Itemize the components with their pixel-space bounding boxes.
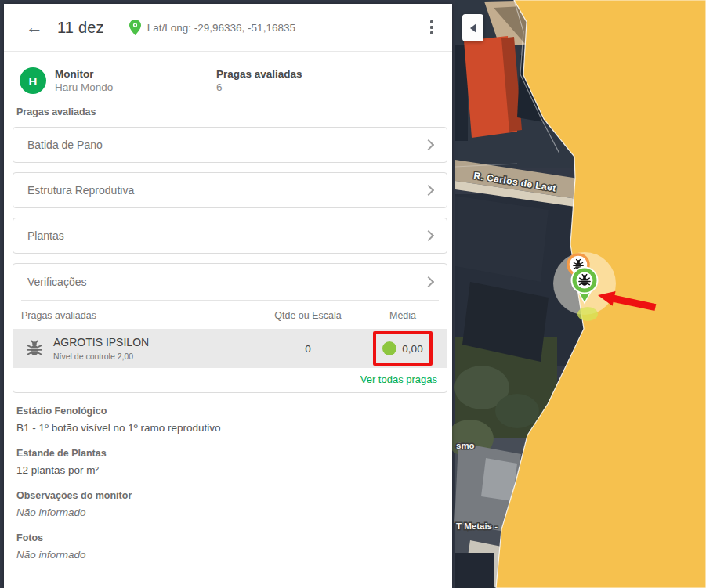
detail-value: B1 - 1º botão visível no 1º ramo reprodu… [16, 421, 447, 435]
col-header-pests: Pragas avaliadas [21, 310, 249, 321]
back-button[interactable]: ← [23, 17, 46, 38]
detail-value: Não informado [16, 548, 447, 562]
pest-avg-cell: 0,00 [367, 331, 439, 366]
status-dot-green [382, 341, 396, 355]
latlong-text: Lat/Long: -29,96336, -51,16835 [147, 22, 295, 34]
detail-value: 12 plantas por m² [16, 464, 447, 478]
latlong: Lat/Long: -29,96336, -51,16835 [129, 20, 295, 35]
table-header: Pragas avaliadas Qtde ou Escala Média [13, 301, 447, 329]
chevron-left-icon [470, 23, 476, 33]
detail-value: Não informado [16, 506, 447, 520]
pests-summary: Pragas avaliadas 6 [216, 67, 302, 94]
more-options-button[interactable] [425, 17, 438, 38]
detail-label: Estande de Plantas [16, 447, 447, 460]
monitor-summary: H Monitor Haru Mondo Pragas avaliadas 6 [20, 67, 447, 94]
detail-label: Fotos [16, 532, 447, 545]
col-header-avg: Média [367, 310, 439, 321]
pests-label: Pragas avaliadas [216, 67, 302, 81]
annotation-highlight-box: 0,00 [373, 331, 432, 366]
card-label: Estrutura Reprodutiva [27, 184, 134, 197]
pest-control-level: Nível de controle 2,00 [53, 351, 149, 362]
card-plantas[interactable]: Plantas [13, 218, 447, 254]
monitor-label: Monitor [55, 67, 172, 81]
verificacoes-header[interactable]: Verificações [13, 264, 447, 300]
pest-qty: 0 [249, 343, 367, 355]
table-row[interactable]: AGROTIS IPSILON Nível de controle 2,00 0… [13, 329, 447, 368]
monitor-name: Haru Mondo [55, 81, 172, 94]
pest-cell: AGROTIS IPSILON Nível de controle 2,00 [13, 336, 249, 362]
monitor-info: Monitor Haru Mondo [55, 67, 172, 94]
bug-icon [26, 340, 43, 357]
avatar: H [20, 67, 46, 94]
location-pin-icon [129, 20, 141, 35]
card-batida-de-pano[interactable]: Batida de Pano [13, 127, 447, 163]
see-all-pests-link[interactable]: Ver todas pragas [360, 373, 437, 385]
card-label: Plantas [27, 229, 64, 242]
panel-body: H Monitor Haru Mondo Pragas avaliadas 6 … [4, 52, 452, 588]
chevron-right-icon [423, 276, 434, 287]
chevron-right-icon [423, 139, 434, 150]
col-header-qty: Qtde ou Escala [249, 310, 367, 321]
detail-estande-de-plantas: Estande de Plantas 12 plantas por m² [16, 447, 447, 478]
place-label-partial: smo [456, 441, 475, 450]
card-estrutura-reprodutiva[interactable]: Estrutura Reprodutiva [13, 172, 447, 208]
detail-estadio-fenologico: Estádio Fenológico B1 - 1º botão visível… [16, 405, 447, 435]
detail-label: Estádio Fenológico [16, 405, 447, 418]
detail-label: Observações do monitor [16, 489, 447, 503]
page-title: 11 dez [57, 19, 104, 37]
detail-observacoes: Observações do monitor Não informado [16, 489, 447, 520]
chevron-right-icon [423, 230, 434, 241]
pests-count: 6 [216, 81, 302, 94]
chevron-right-icon [423, 185, 434, 196]
card-verificacoes: Verificações Pragas avaliadas Qtde ou Es… [13, 263, 447, 393]
section-label-pests: Pragas avaliadas [16, 106, 447, 117]
pest-name: AGROTIS IPSILON [53, 336, 149, 349]
panel-header: ← 11 dez Lat/Long: -29,96336, -51,16835 [4, 4, 452, 52]
place-label-metais: T Metais - [456, 521, 498, 531]
detail-fotos: Fotos Não informado [16, 532, 447, 562]
pest-avg-value: 0,00 [402, 343, 422, 355]
card-label: Batida de Pano [27, 139, 103, 151]
card-label: Verificações [27, 276, 86, 288]
marker-ground-glow [577, 307, 598, 321]
details-panel: ← 11 dez Lat/Long: -29,96336, -51,16835 … [4, 4, 452, 588]
panel-collapse-button[interactable] [462, 14, 483, 41]
